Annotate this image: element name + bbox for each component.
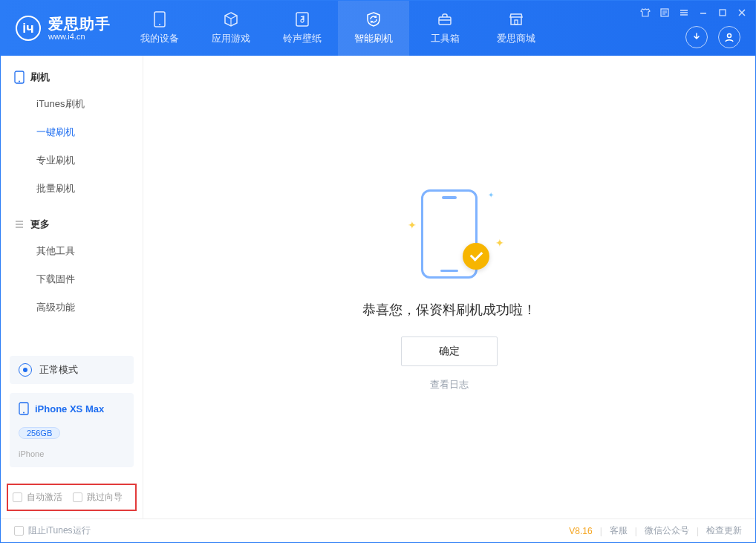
svg-point-1 (159, 24, 160, 25)
brand: iч 爱思助手 www.i4.cn (1, 1, 124, 56)
header-tabs: 我的设备 应用游戏 铃声壁纸 智能刷机 工具箱 (124, 1, 552, 56)
checkbox-icon (14, 526, 24, 536)
download-icon[interactable] (685, 26, 708, 48)
note-icon[interactable] (659, 7, 671, 19)
status-bar: 阻止iTunes运行 V8.16 | 客服 | 微信公众号 | 检查更新 (1, 518, 755, 542)
brand-logo-icon: iч (16, 16, 41, 41)
tab-label: 智能刷机 (354, 32, 393, 45)
tab-label: 应用游戏 (212, 32, 250, 45)
sidebar-item-pro-flash[interactable]: 专业刷机 (1, 146, 143, 175)
svg-rect-3 (439, 17, 451, 25)
svg-point-9 (19, 81, 20, 82)
footer-link-update[interactable]: 检查更新 (706, 524, 742, 537)
success-check-icon (463, 243, 489, 270)
checkbox-auto-activate[interactable]: 自动激活 (13, 491, 62, 504)
tab-label: 工具箱 (431, 32, 460, 45)
tab-label: 爱思商城 (497, 32, 535, 45)
sparkle-icon: ✦ (488, 191, 494, 199)
app-header: iч 爱思助手 www.i4.cn 我的设备 应用游戏 铃声壁纸 (1, 1, 755, 56)
main-content: ✦ ✦ ✦ 恭喜您，保资料刷机成功啦！ 确定 查看日志 (143, 56, 755, 518)
device-phone-icon (19, 402, 29, 415)
checkbox-icon (13, 492, 22, 502)
phone-icon (14, 71, 25, 84)
svg-rect-4 (515, 20, 518, 25)
cube-icon (223, 11, 239, 27)
mode-card[interactable]: 正常模式 (10, 356, 134, 384)
maximize-icon[interactable] (717, 7, 729, 19)
menu-icon[interactable] (678, 7, 690, 19)
mode-label: 正常模式 (39, 363, 78, 377)
checkbox-block-itunes[interactable]: 阻止iTunes运行 (14, 524, 91, 537)
mode-status-icon (19, 363, 32, 377)
device-icon (151, 11, 168, 27)
device-capacity: 256GB (19, 427, 60, 439)
checkbox-icon (73, 492, 82, 502)
checkbox-label: 跳过向导 (87, 491, 123, 504)
svg-point-11 (23, 412, 25, 414)
device-card[interactable]: iPhone XS Max 256GB iPhone (10, 393, 134, 467)
sidebar-item-batch-flash[interactable]: 批量刷机 (1, 175, 143, 203)
brand-url: www.i4.cn (48, 32, 111, 41)
tab-ring[interactable]: 铃声壁纸 (267, 1, 338, 56)
tab-apps[interactable]: 应用游戏 (195, 1, 267, 56)
view-log-link[interactable]: 查看日志 (430, 378, 469, 391)
tab-device[interactable]: 我的设备 (124, 1, 195, 56)
side-group-title: 刷机 (30, 71, 50, 84)
side-group-flash[interactable]: 刷机 (1, 65, 143, 90)
side-group-more[interactable]: 更多 (1, 212, 143, 237)
user-icon[interactable] (718, 26, 740, 48)
sidebar-item-itunes-flash[interactable]: iTunes刷机 (1, 90, 143, 118)
checkbox-skip-guide[interactable]: 跳过向导 (73, 491, 123, 504)
minimize-icon[interactable] (697, 7, 709, 19)
separator: | (697, 526, 699, 536)
checkbox-label: 阻止iTunes运行 (28, 524, 91, 537)
sparkle-icon: ✦ (408, 219, 417, 231)
tab-flash[interactable]: 智能刷机 (338, 1, 409, 56)
tab-tools[interactable]: 工具箱 (409, 1, 480, 56)
device-name: iPhone XS Max (35, 403, 104, 414)
sidebar: 刷机 iTunes刷机 一键刷机 专业刷机 批量刷机 更多 其他工具 下载固件 … (1, 56, 143, 518)
tab-label: 铃声壁纸 (283, 32, 322, 45)
sidebar-item-oneclick-flash[interactable]: 一键刷机 (1, 118, 143, 146)
store-icon (508, 11, 524, 27)
checkbox-label: 自动激活 (27, 491, 62, 504)
svg-point-7 (728, 34, 731, 38)
svg-rect-6 (720, 10, 726, 16)
sparkle-icon: ✦ (495, 237, 504, 249)
sidebar-item-download-firmware[interactable]: 下载固件 (1, 265, 143, 293)
success-illustration: ✦ ✦ ✦ (390, 183, 509, 287)
flash-options-box: 自动激活 跳过向导 (7, 484, 137, 511)
footer-link-wechat[interactable]: 微信公众号 (645, 524, 689, 537)
separator: | (635, 526, 637, 536)
brand-name: 爱思助手 (48, 16, 111, 32)
ok-button[interactable]: 确定 (401, 336, 498, 366)
sidebar-item-advanced[interactable]: 高级功能 (1, 293, 143, 322)
device-sub: iPhone (19, 449, 44, 458)
list-icon (14, 219, 25, 230)
success-message: 恭喜您，保资料刷机成功啦！ (362, 301, 536, 319)
sidebar-item-other-tools[interactable]: 其他工具 (1, 237, 143, 265)
tab-label: 我的设备 (140, 32, 179, 45)
close-icon[interactable] (736, 7, 748, 19)
separator: | (600, 526, 602, 536)
shirt-icon[interactable] (639, 7, 651, 19)
music-note-icon (294, 11, 310, 27)
tab-store[interactable]: 爱思商城 (480, 1, 552, 56)
side-group-title: 更多 (30, 218, 50, 231)
refresh-shield-icon (365, 11, 382, 27)
toolbox-icon (437, 11, 453, 27)
version-label: V8.16 (569, 526, 592, 536)
footer-link-support[interactable]: 客服 (610, 524, 628, 537)
